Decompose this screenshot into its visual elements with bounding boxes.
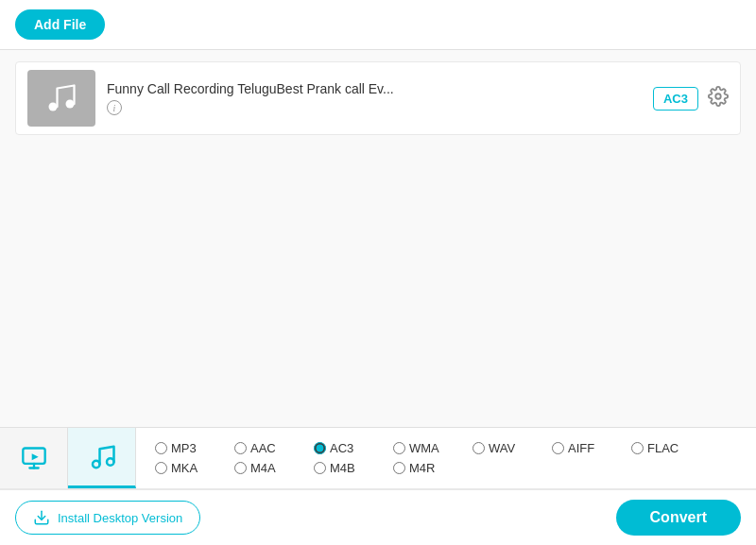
music-note-icon [44, 81, 78, 115]
svg-marker-6 [31, 453, 38, 460]
tab-icons [0, 428, 136, 488]
radio-wma[interactable] [393, 442, 405, 454]
label-m4r: M4R [409, 461, 435, 475]
label-m4b: M4B [330, 461, 355, 475]
label-mka: MKA [171, 461, 198, 475]
install-label: Install Desktop Version [58, 511, 182, 525]
label-flac: FLAC [647, 441, 679, 455]
download-icon [33, 509, 50, 526]
radio-mka[interactable] [155, 462, 167, 474]
format-options: MP3AACAC3WMAWAVAIFFFLAC MKAM4AM4BM4R [136, 428, 756, 488]
tab-audio[interactable] [68, 428, 136, 488]
radio-flac[interactable] [631, 442, 644, 454]
format-option-mp3[interactable]: MP3 [155, 441, 231, 455]
format-option-aac[interactable]: AAC [234, 441, 310, 455]
label-aiff: AIFF [568, 441, 594, 455]
format-badge-button[interactable]: AC3 [653, 87, 698, 111]
label-aac: AAC [250, 441, 276, 455]
radio-aiff[interactable] [552, 442, 564, 454]
format-option-flac[interactable]: FLAC [631, 441, 707, 455]
file-list-area: Funny Call Recording TeluguBest Prank ca… [0, 50, 756, 427]
tab-video[interactable] [0, 428, 68, 488]
format-option-ac3[interactable]: AC3 [314, 441, 389, 455]
radio-m4a[interactable] [234, 462, 247, 474]
format-option-m4b[interactable]: M4B [314, 461, 389, 475]
file-item: Funny Call Recording TeluguBest Prank ca… [15, 61, 741, 135]
install-desktop-button[interactable]: Install Desktop Version [15, 501, 200, 535]
file-name: Funny Call Recording TeluguBest Prank ca… [107, 81, 642, 96]
radio-mp3[interactable] [155, 442, 167, 454]
action-bar: Install Desktop Version Convert [0, 489, 756, 545]
radio-aac[interactable] [234, 442, 247, 454]
file-info: Funny Call Recording TeluguBest Prank ca… [107, 81, 642, 115]
file-actions: AC3 [653, 86, 729, 111]
music-tab-icon [88, 443, 116, 471]
radio-ac3[interactable] [314, 442, 326, 454]
film-icon [21, 445, 47, 471]
bottom-panel: MP3AACAC3WMAWAVAIFFFLAC MKAM4AM4BM4R Ins… [0, 427, 756, 545]
label-wma: WMA [409, 441, 439, 455]
format-tabs-row: MP3AACAC3WMAWAVAIFFFLAC MKAM4AM4BM4R [0, 428, 756, 489]
format-option-m4a[interactable]: M4A [234, 461, 310, 475]
format-option-wav[interactable]: WAV [472, 441, 548, 455]
svg-point-0 [49, 103, 58, 111]
format-option-wma[interactable]: WMA [393, 441, 469, 455]
settings-icon[interactable] [708, 86, 729, 111]
info-icon[interactable]: i [107, 100, 122, 115]
format-option-mka[interactable]: MKA [155, 461, 231, 475]
format-row-2: MKAM4AM4BM4R [155, 461, 737, 475]
radio-m4b[interactable] [314, 462, 326, 474]
svg-point-1 [66, 100, 75, 109]
file-thumbnail [27, 70, 95, 127]
label-ac3: AC3 [330, 441, 353, 455]
label-wav: WAV [489, 441, 515, 455]
radio-m4r[interactable] [393, 462, 405, 474]
label-mp3: MP3 [171, 441, 197, 455]
add-file-button[interactable]: Add File [15, 9, 105, 40]
svg-point-2 [715, 94, 721, 99]
top-bar: Add File [0, 0, 756, 50]
radio-wav[interactable] [472, 442, 485, 454]
label-m4a: M4A [250, 461, 276, 475]
convert-button[interactable]: Convert [616, 500, 741, 536]
format-option-m4r[interactable]: M4R [393, 461, 469, 475]
format-row-1: MP3AACAC3WMAWAVAIFFFLAC [155, 441, 737, 455]
format-option-aiff[interactable]: AIFF [552, 441, 627, 455]
